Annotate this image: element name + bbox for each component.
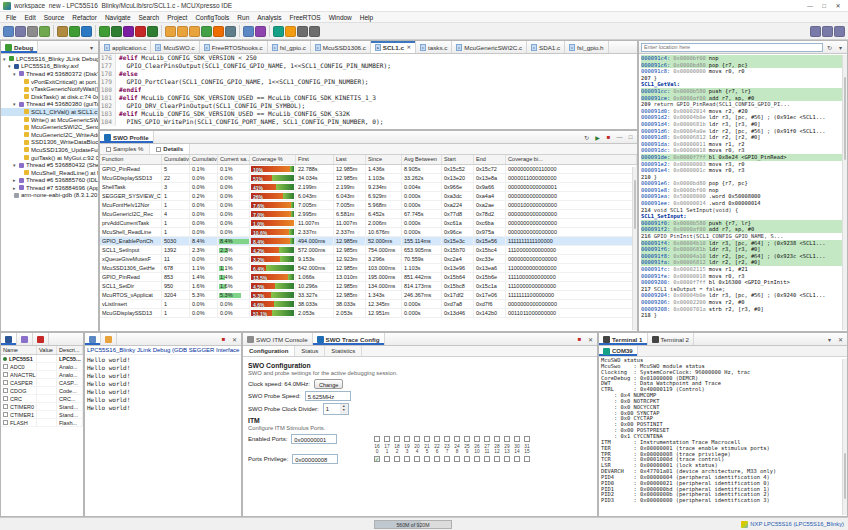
menu-edit[interactable]: Edit <box>20 14 39 21</box>
profile-icon[interactable] <box>123 26 134 37</box>
close-terminal-icon[interactable]: ✕ <box>836 335 845 344</box>
port-checkbox-28[interactable] <box>494 436 500 442</box>
tab-faults[interactable] <box>33 333 49 345</box>
stepper-arrows-icon[interactable]: ▲▼ <box>340 404 348 414</box>
close-tab-icon[interactable]: ✕ <box>407 44 411 50</box>
profile-row[interactable]: McuRTOS_vApplicat32045.3%5.3%5.3%33.327s… <box>100 291 637 300</box>
column-header[interactable]: Cumulative... <box>162 155 190 164</box>
run-icon[interactable] <box>111 26 122 37</box>
peripheral-row[interactable]: LPC55S1LPC55... <box>1 355 83 363</box>
probe-speed-field[interactable]: 5.625MHz <box>305 391 351 401</box>
port-checkbox-8[interactable] <box>454 456 460 462</box>
profile-row[interactable]: ShellTask30.0%0.0%41%2.199m2.199m9.234m0… <box>100 183 637 192</box>
minimize-icon[interactable]: — <box>803 3 817 9</box>
port-checkbox-22[interactable] <box>434 436 440 442</box>
peripheral-checkbox[interactable] <box>3 396 8 401</box>
maximize-icon[interactable]: □ <box>817 3 831 9</box>
swo-subtab-statistics[interactable]: Statistics <box>325 346 362 356</box>
column-header[interactable]: Cumulativ... <box>190 155 218 164</box>
column-header[interactable]: Descri... <box>57 346 83 354</box>
port-checkbox-23[interactable] <box>444 436 450 442</box>
editor-tab-fsl_gpio-h[interactable]: cfsl_gpio.h <box>565 41 609 53</box>
port-checkbox-4[interactable] <box>414 456 420 462</box>
profile-row[interactable]: SCL1_SetDir9501.6%1.6%4.5%10.296s12.985m… <box>100 282 637 291</box>
code-editor[interactable]: 176#elif McuLib_CONFIG_SDK_VERSION < 250… <box>100 54 637 129</box>
change-clock-button[interactable]: Change <box>314 379 343 389</box>
menu-run[interactable]: Run <box>233 14 253 21</box>
menu-project[interactable]: Project <box>163 14 191 21</box>
terminate-icon[interactable]: ■ <box>219 335 228 344</box>
console-output[interactable]: Hello world!Hello world!Hello world!Hell… <box>85 355 241 516</box>
port-checkbox-18[interactable] <box>394 436 400 442</box>
editor-tab-fsl_gpio-c[interactable]: cfsl_gpio.c <box>268 41 311 53</box>
peripheral-checkbox[interactable] <box>3 380 8 385</box>
stack-frame[interactable]: guiTask() at MyGui.c:92 0xa... <box>1 154 98 162</box>
editor-tab-SCL1-c[interactable]: cSCL1.c✕ <box>371 41 416 53</box>
debug-node[interactable]: ▾Thread #3 53680372 (DiskTask : Waiting … <box>1 70 98 78</box>
tab-problems[interactable] <box>101 333 117 345</box>
ports-privilege-field[interactable]: 0x00000008 <box>292 454 338 464</box>
column-header[interactable]: Current sa... <box>218 155 250 164</box>
step-into-icon[interactable] <box>165 26 176 37</box>
subtab-samples[interactable]: Samples % <box>100 144 150 154</box>
menu-source[interactable]: Source <box>40 14 69 21</box>
port-checkbox-9[interactable] <box>464 456 470 462</box>
subtab-details[interactable]: Details <box>150 144 190 154</box>
port-checkbox-17[interactable] <box>384 436 390 442</box>
column-header[interactable]: Since <box>366 155 402 164</box>
menu-freertos[interactable]: FreeRTOS <box>286 14 325 21</box>
enabled-ports-field[interactable]: 0x00000001 <box>291 434 337 444</box>
port-checkbox-13[interactable] <box>504 456 510 462</box>
coverage-icon[interactable] <box>273 26 284 37</box>
column-header[interactable]: Value <box>37 346 57 354</box>
port-checkbox-16[interactable] <box>374 436 380 442</box>
stop-trace-icon[interactable]: ■ <box>604 133 613 142</box>
port-checkbox-12[interactable] <box>494 456 500 462</box>
debug-node[interactable]: ▾Thread #5 536880432 (Shell (P... <box>1 161 98 169</box>
peripheral-checkbox[interactable] <box>3 404 8 409</box>
restart-icon[interactable] <box>147 26 158 37</box>
profile-row[interactable]: prvAddCurrentTask10.0%0.0%1.0%11.007m11.… <box>100 219 637 228</box>
port-checkbox-3[interactable] <box>404 456 410 462</box>
resume-trace-icon[interactable]: ▶ <box>593 133 602 142</box>
terminate-icon[interactable] <box>135 26 146 37</box>
column-header[interactable]: Avg Between <box>402 155 442 164</box>
profile-row[interactable]: McuFontHelv12Nor10.0%0.0%7.6%7.005m7.005… <box>100 201 637 210</box>
editor-tab-SDA1-c[interactable]: cSDA1.c <box>527 41 565 53</box>
profile-row[interactable]: McuGDisplaySSD13220.0%0.0%51%34.034s12.9… <box>100 174 637 183</box>
port-checkbox-1[interactable] <box>384 456 390 462</box>
port-checkbox-14[interactable] <box>514 456 520 462</box>
annotations-icon[interactable] <box>285 26 296 37</box>
profile-row[interactable]: vListInsert10.0%0.0%4.6%38.033s38.033s12… <box>100 300 637 309</box>
column-header[interactable]: Start <box>442 155 474 164</box>
port-checkbox-5[interactable] <box>424 456 430 462</box>
port-checkbox-19[interactable] <box>404 436 410 442</box>
column-header[interactable]: Last <box>334 155 366 164</box>
stack-frame[interactable]: McuSSD1306_UpdateFull() at... <box>1 146 98 154</box>
profile-row[interactable]: GPIO_PinRead8531.4%1.4%13.5%1.066s13.010… <box>100 273 637 282</box>
build-icon[interactable] <box>57 26 68 37</box>
editor-tab-McuSWO-c[interactable]: cMcuSWO.c <box>151 41 199 53</box>
port-checkbox-20[interactable] <box>414 436 420 442</box>
menu-file[interactable]: File <box>2 14 20 21</box>
port-checkbox-11[interactable] <box>484 456 490 462</box>
editor-tab-McuSSD1306-c[interactable]: cMcuSSD1306.c <box>311 41 371 53</box>
step-return-icon[interactable] <box>189 26 200 37</box>
port-checkbox-25[interactable] <box>464 436 470 442</box>
peripheral-checkbox[interactable] <box>3 420 8 425</box>
column-header[interactable]: Function <box>100 155 162 164</box>
disassembly-listing[interactable]: 000091c4:0x0000bf00nop000091c6:0x0000bd8… <box>639 54 847 331</box>
profile-row[interactable]: xQueueGiveMutexF110.0%0.0%3.2%9.153s12.9… <box>100 255 637 264</box>
develop-perspective-icon[interactable] <box>822 26 833 37</box>
view-menu-icon[interactable]: ▾ <box>836 43 845 52</box>
tab-swo-profile[interactable]: SWO Profile <box>100 131 154 143</box>
tab-com-port[interactable]: COM39 <box>599 346 638 356</box>
close-icon[interactable]: ✕ <box>831 2 845 9</box>
instruction-stepping-icon[interactable] <box>225 26 236 37</box>
peripheral-checkbox[interactable] <box>3 412 8 417</box>
search-icon[interactable] <box>243 26 254 37</box>
peripheral-checkbox[interactable] <box>3 372 8 377</box>
profile-row[interactable]: McuShell_ReadLine10.0%0.0%10.6%2.337m2.3… <box>100 228 637 237</box>
tab-console[interactable] <box>85 333 101 345</box>
minimize-view-icon[interactable]: — <box>615 133 624 142</box>
